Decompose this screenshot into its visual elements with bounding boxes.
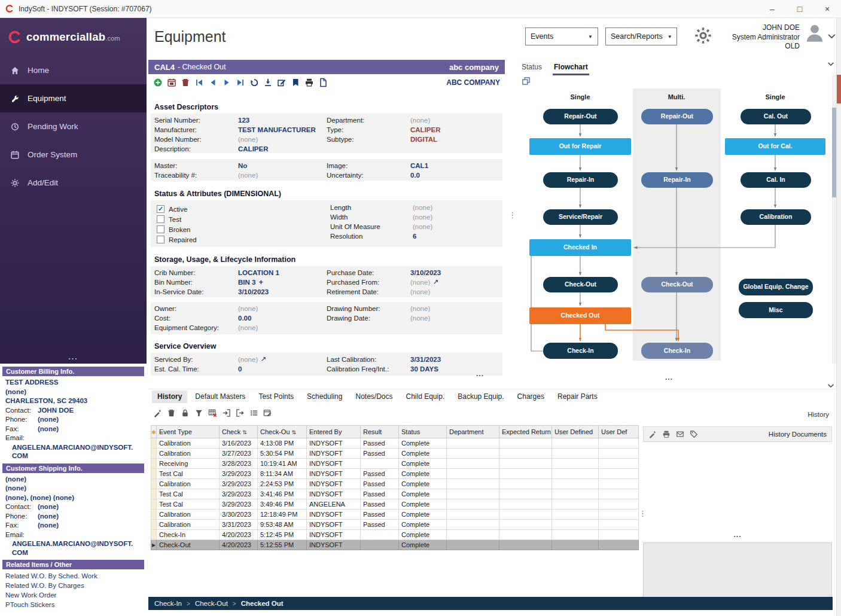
tab-history[interactable]: History (152, 391, 187, 403)
table-row[interactable]: Test Cal3/29/20233:41:46 PMINDYSOFTPasse… (151, 489, 639, 499)
documents-resize-handle[interactable]: ... (643, 530, 832, 539)
tab-repair-parts[interactable]: Repair Parts (552, 391, 603, 403)
close-button[interactable]: × (813, 0, 841, 17)
import-icon[interactable] (222, 408, 231, 417)
column-header[interactable]: Entered By (307, 426, 361, 438)
sidebar-item-home[interactable]: Home (0, 56, 147, 84)
table-row[interactable]: ▶Check-Out4/20/20235:12:55 PMINDYSOFTCom… (151, 540, 639, 550)
edit-box-icon[interactable] (277, 78, 287, 87)
related-item-link[interactable]: PTouch Stickers (0, 600, 147, 609)
breadcrumb-item[interactable]: Check-In (154, 600, 182, 607)
column-header[interactable]: User Defined (552, 426, 599, 438)
column-header[interactable]: Expected Return (499, 426, 552, 438)
trash-icon[interactable] (167, 408, 176, 417)
goto-icon[interactable] (261, 356, 266, 362)
wand-icon[interactable] (648, 430, 657, 438)
print-icon[interactable] (304, 78, 314, 87)
table-row[interactable]: Calibration3/16/20234:13:08 PMINDYSOFTPa… (151, 438, 639, 449)
tab-scheduling[interactable]: Scheduling (301, 391, 348, 403)
table-row[interactable]: Calibration3/30/202312:18:49 PMINDYSOFTP… (151, 510, 639, 520)
window-scrollbar[interactable] (836, 18, 841, 616)
panel-splitter-handle[interactable]: ⋮ (508, 211, 516, 219)
flowchart-node-check-in[interactable]: Check-In (641, 343, 713, 359)
table-row[interactable]: Test Cal3/29/20233:49:46 PMANGELENAPasse… (151, 499, 639, 510)
print-icon[interactable] (662, 430, 671, 438)
tab-default-masters[interactable]: Default Masters (190, 391, 251, 403)
flowchart-node-check-in[interactable]: Check-In (543, 343, 618, 359)
tab-test-points[interactable]: Test Points (253, 391, 299, 403)
settings-gear-button[interactable] (694, 26, 712, 47)
add-icon[interactable] (153, 78, 163, 87)
table-row[interactable]: Test Cal3/29/20238:11:34 AMINDYSOFTPasse… (151, 469, 639, 479)
flowchart-node-repair-out[interactable]: Repair-Out (543, 109, 618, 124)
flowchart-node-out-for-repair[interactable]: Out for Repair (529, 138, 631, 155)
export-icon[interactable] (236, 408, 245, 417)
breadcrumb-item[interactable]: Checked Out (241, 600, 284, 607)
column-header[interactable]: Department (447, 426, 499, 438)
flowchart-node-check-out[interactable]: Check-Out (543, 277, 618, 292)
checkbox-active[interactable]: ✓Active (157, 204, 197, 214)
download-icon[interactable] (263, 78, 273, 87)
minimize-button[interactable]: – (758, 0, 786, 17)
filter-icon[interactable] (194, 408, 203, 417)
events-dropdown[interactable]: Events ▼ (525, 28, 598, 45)
flowchart-node-repair-in[interactable]: Repair-In (641, 172, 713, 188)
flowchart-node-out-for-cal-[interactable]: Out for Cal. (725, 138, 825, 155)
first-icon[interactable] (194, 78, 204, 87)
column-header[interactable]: Status (399, 426, 447, 438)
sidebar-item-add-edit[interactable]: Add/Edit (0, 169, 147, 197)
doc-icon[interactable] (318, 78, 328, 87)
sidebar-item-pending-work[interactable]: Pending Work (0, 112, 147, 141)
flowchart-node-repair-out[interactable]: Repair-Out (641, 109, 713, 124)
next-icon[interactable] (222, 78, 231, 87)
sidebar-collapse-handle[interactable]: ... (0, 353, 147, 361)
flowchart-node-global-equip-change[interactable]: Global Equip. Change (739, 279, 813, 295)
equipment-resize-handle[interactable]: ... (476, 370, 484, 378)
flowchart-node-calibration[interactable]: Calibration (741, 209, 811, 225)
column-header[interactable]: Check⇅ (220, 426, 258, 438)
wand-icon[interactable] (153, 408, 162, 417)
flowchart-node-service-repair[interactable]: Service/Repair (543, 209, 618, 225)
window-scrollbar-thumb[interactable] (837, 75, 841, 103)
tab-backup-equip-[interactable]: Backup Equip. (452, 391, 509, 403)
table-delete-icon[interactable] (208, 408, 217, 417)
collapse-chevron-icon[interactable] (827, 60, 835, 70)
checkbox-test[interactable]: Test (157, 214, 197, 224)
table-splitter-handle[interactable]: ⋮ (639, 509, 647, 518)
sort-icon[interactable]: ⇅ (292, 429, 297, 435)
table-row[interactable]: Check-In4/20/20235:12:45 PMINDYSOFTCompl… (151, 530, 639, 540)
sidebar-item-order-system[interactable]: Order System (0, 141, 147, 169)
flowchart-node-repair-in[interactable]: Repair-In (543, 172, 618, 188)
related-item-link[interactable]: New Work Order (0, 590, 147, 600)
flowchart-node-check-out[interactable]: Check-Out (641, 277, 713, 292)
trash-icon[interactable] (181, 78, 190, 87)
flowchart-node-checked-in[interactable]: Checked In (529, 239, 631, 256)
avatar[interactable] (803, 22, 826, 46)
table-row[interactable]: Calibration3/31/20239:53:48 AMINDYSOFTPa… (151, 520, 639, 530)
goto-icon[interactable] (433, 279, 438, 285)
column-header[interactable]: Event Type (157, 426, 220, 438)
prev-icon[interactable] (208, 78, 218, 87)
flag-icon[interactable] (291, 78, 300, 87)
related-item-link[interactable]: Related W.O. By Sched. Work (0, 571, 147, 581)
column-header[interactable]: User Def (599, 426, 639, 438)
flowchart-resize-handle[interactable]: ... (665, 373, 673, 382)
last-icon[interactable] (236, 78, 245, 87)
mail-icon[interactable] (676, 430, 684, 438)
column-header[interactable]: Result (361, 426, 399, 438)
undo-icon[interactable] (249, 78, 259, 87)
user-menu-chevron-icon[interactable] (827, 31, 837, 43)
calendar-icon[interactable] (167, 78, 176, 87)
list-icon[interactable] (249, 408, 258, 417)
maximize-button[interactable]: □ (786, 0, 813, 17)
shipping-email[interactable]: ANGELENA.MARCIANO@INDYSOFT.COM (0, 539, 136, 557)
table-row[interactable]: Receiving3/28/202310:19:41 AMINDYSOFTCom… (151, 459, 639, 469)
flowchart-node-misc[interactable]: Misc (739, 302, 813, 318)
table-row[interactable]: Calibration3/27/20235:30:54 PMINDYSOFTPa… (151, 449, 639, 459)
sort-icon[interactable]: ⇅ (242, 429, 247, 435)
calendar-edit-icon[interactable] (263, 408, 272, 417)
checkbox-repaired[interactable]: Repaired (157, 234, 197, 245)
search-reports-dropdown[interactable]: Search/Reports ▼ (605, 28, 677, 45)
breadcrumb-item[interactable]: Check-Out (195, 600, 228, 607)
related-item-link[interactable]: Related W.O. By Charges (0, 581, 147, 590)
